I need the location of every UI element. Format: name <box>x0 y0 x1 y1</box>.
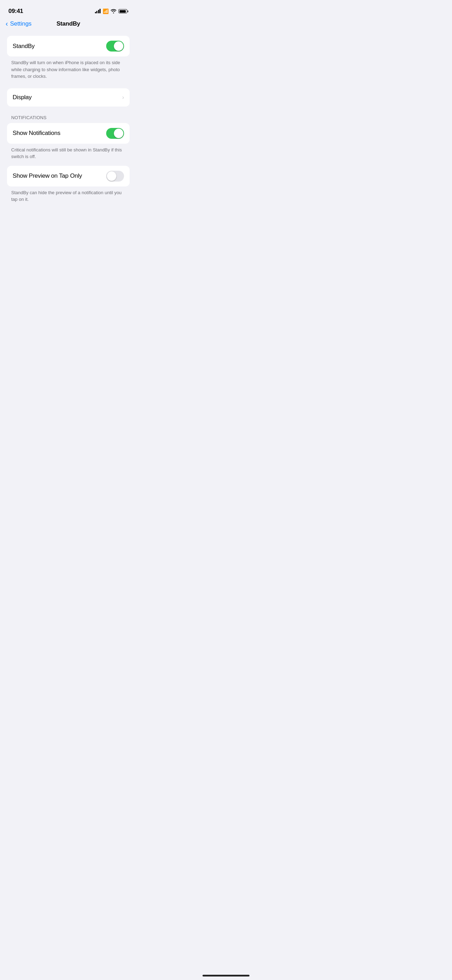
wifi-icon: 📶 <box>103 8 108 14</box>
status-time: 09:41 <box>8 8 23 15</box>
show-notifications-toggle[interactable] <box>106 128 124 139</box>
spacer-1 <box>0 109 137 115</box>
page-title: StandBy <box>56 20 80 27</box>
show-preview-row: Show Preview on Tap Only <box>7 166 130 186</box>
standby-toggle[interactable] <box>106 41 124 51</box>
show-preview-footer: StandBy can hide the preview of a notifi… <box>0 186 137 208</box>
show-notifications-row: Show Notifications <box>7 123 130 144</box>
standby-footer: StandBy will turn on when iPhone is plac… <box>0 56 137 86</box>
standby-row: StandBy <box>7 36 130 56</box>
status-bar: 09:41 📶 <box>0 0 137 18</box>
back-chevron-icon: ‹ <box>6 20 8 28</box>
display-row-right: › <box>122 94 124 100</box>
display-label: Display <box>13 94 32 101</box>
content: StandBy StandBy will turn on when iPhone… <box>0 33 137 214</box>
notifications-section: NOTIFICATIONS Show Notifications Critica… <box>0 115 137 208</box>
signal-icon <box>95 9 101 13</box>
display-card: Display › <box>7 88 130 107</box>
show-notifications-footer: Critical notifications will still be sho… <box>0 144 137 166</box>
show-preview-card: Show Preview on Tap Only <box>7 166 130 186</box>
show-notifications-card: Show Notifications <box>7 123 130 144</box>
show-preview-toggle[interactable] <box>106 171 124 181</box>
back-button[interactable]: ‹ Settings <box>6 20 32 28</box>
battery-icon <box>118 9 128 13</box>
display-row[interactable]: Display › <box>7 88 130 107</box>
nav-header: ‹ Settings StandBy <box>0 18 137 33</box>
notifications-header: NOTIFICATIONS <box>0 115 137 123</box>
standby-toggle-thumb <box>114 41 123 51</box>
show-notifications-label: Show Notifications <box>13 130 60 137</box>
display-section: Display › <box>0 88 137 107</box>
standby-section: StandBy StandBy will turn on when iPhone… <box>0 36 137 86</box>
show-preview-label: Show Preview on Tap Only <box>13 172 82 180</box>
show-preview-toggle-thumb <box>107 172 116 181</box>
back-label: Settings <box>10 20 32 27</box>
status-icons: 📶 <box>95 8 129 14</box>
standby-label: StandBy <box>13 43 35 50</box>
standby-card: StandBy <box>7 36 130 56</box>
show-notifications-toggle-thumb <box>114 129 123 138</box>
wifi-icon <box>111 9 116 13</box>
chevron-right-icon: › <box>122 94 124 100</box>
